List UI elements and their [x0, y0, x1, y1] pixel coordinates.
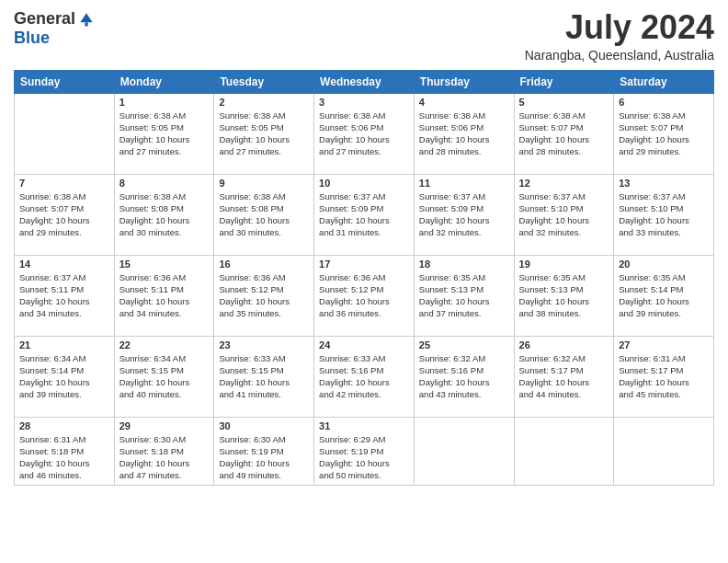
calendar-week-row: 7Sunrise: 6:38 AMSunset: 5:07 PMDaylight… [15, 174, 714, 255]
day-number: 8 [119, 178, 210, 189]
day-number: 22 [119, 339, 210, 350]
day-number: 3 [319, 97, 409, 108]
day-info: Sunrise: 6:38 AMSunset: 5:07 PMDaylight:… [19, 190, 109, 239]
calendar-cell: 7Sunrise: 6:38 AMSunset: 5:07 PMDaylight… [15, 174, 115, 255]
day-info: Sunrise: 6:36 AMSunset: 5:11 PMDaylight:… [119, 271, 210, 320]
calendar-cell: 2Sunrise: 6:38 AMSunset: 5:05 PMDaylight… [214, 93, 314, 174]
calendar-cell: 22Sunrise: 6:34 AMSunset: 5:15 PMDayligh… [114, 336, 214, 417]
day-info: Sunrise: 6:38 AMSunset: 5:08 PMDaylight:… [119, 190, 210, 239]
day-number: 6 [619, 97, 709, 108]
day-number: 23 [219, 339, 309, 350]
calendar-cell: 19Sunrise: 6:35 AMSunset: 5:13 PMDayligh… [514, 255, 614, 336]
day-info: Sunrise: 6:34 AMSunset: 5:14 PMDaylight:… [19, 352, 109, 401]
calendar-cell [614, 417, 714, 485]
day-number: 21 [19, 339, 109, 350]
calendar-week-row: 14Sunrise: 6:37 AMSunset: 5:11 PMDayligh… [15, 255, 714, 336]
calendar-cell: 27Sunrise: 6:31 AMSunset: 5:17 PMDayligh… [614, 336, 714, 417]
calendar-cell: 8Sunrise: 6:38 AMSunset: 5:08 PMDaylight… [114, 174, 214, 255]
calendar-cell: 10Sunrise: 6:37 AMSunset: 5:09 PMDayligh… [314, 174, 415, 255]
day-number: 10 [319, 178, 409, 189]
day-info: Sunrise: 6:37 AMSunset: 5:10 PMDaylight:… [619, 190, 709, 239]
day-info: Sunrise: 6:33 AMSunset: 5:16 PMDaylight:… [319, 352, 409, 401]
calendar-cell: 12Sunrise: 6:37 AMSunset: 5:10 PMDayligh… [514, 174, 614, 255]
calendar-cell: 13Sunrise: 6:37 AMSunset: 5:10 PMDayligh… [614, 174, 714, 255]
day-number: 25 [419, 339, 509, 350]
day-info: Sunrise: 6:38 AMSunset: 5:05 PMDaylight:… [219, 109, 309, 158]
day-info: Sunrise: 6:38 AMSunset: 5:05 PMDaylight:… [119, 109, 210, 158]
day-number: 7 [19, 178, 109, 189]
day-info: Sunrise: 6:35 AMSunset: 5:13 PMDaylight:… [419, 271, 509, 320]
day-header-thursday: Thursday [414, 70, 514, 93]
day-info: Sunrise: 6:34 AMSunset: 5:15 PMDaylight:… [119, 352, 210, 401]
day-number: 14 [19, 259, 109, 270]
day-number: 29 [119, 420, 210, 431]
day-info: Sunrise: 6:29 AMSunset: 5:19 PMDaylight:… [319, 433, 409, 482]
calendar-week-row: 21Sunrise: 6:34 AMSunset: 5:14 PMDayligh… [15, 336, 714, 417]
header: General Blue July 2024 Narangba, Queensl… [14, 9, 714, 63]
day-number: 13 [619, 178, 709, 189]
day-info: Sunrise: 6:31 AMSunset: 5:17 PMDaylight:… [619, 352, 709, 401]
day-info: Sunrise: 6:36 AMSunset: 5:12 PMDaylight:… [219, 271, 309, 320]
day-number: 26 [519, 339, 609, 350]
month-title: July 2024 [525, 9, 714, 46]
logo-general-text: General [14, 9, 75, 29]
day-info: Sunrise: 6:38 AMSunset: 5:06 PMDaylight:… [319, 109, 409, 158]
calendar-cell: 30Sunrise: 6:30 AMSunset: 5:19 PMDayligh… [214, 417, 314, 485]
page: General Blue July 2024 Narangba, Queensl… [0, 0, 728, 563]
day-number: 12 [519, 178, 609, 189]
calendar-cell [15, 93, 115, 174]
day-number: 1 [119, 97, 210, 108]
day-info: Sunrise: 6:38 AMSunset: 5:07 PMDaylight:… [619, 109, 709, 158]
day-header-wednesday: Wednesday [314, 70, 415, 93]
day-info: Sunrise: 6:35 AMSunset: 5:13 PMDaylight:… [519, 271, 609, 320]
logo: General Blue [14, 9, 96, 48]
day-number: 24 [319, 339, 409, 350]
calendar-cell [414, 417, 514, 485]
logo-blue-text: Blue [14, 29, 50, 48]
calendar-week-row: 1Sunrise: 6:38 AMSunset: 5:05 PMDaylight… [15, 93, 714, 174]
day-number: 30 [219, 420, 309, 431]
day-info: Sunrise: 6:33 AMSunset: 5:15 PMDaylight:… [219, 352, 309, 401]
day-header-tuesday: Tuesday [214, 70, 314, 93]
day-number: 9 [219, 178, 309, 189]
day-number: 16 [219, 259, 309, 270]
calendar-cell: 5Sunrise: 6:38 AMSunset: 5:07 PMDaylight… [514, 93, 614, 174]
day-number: 31 [319, 420, 409, 431]
day-info: Sunrise: 6:37 AMSunset: 5:09 PMDaylight:… [319, 190, 409, 239]
calendar-cell: 11Sunrise: 6:37 AMSunset: 5:09 PMDayligh… [414, 174, 514, 255]
calendar-cell [514, 417, 614, 485]
day-info: Sunrise: 6:37 AMSunset: 5:11 PMDaylight:… [19, 271, 109, 320]
calendar-cell: 28Sunrise: 6:31 AMSunset: 5:18 PMDayligh… [15, 417, 115, 485]
day-number: 20 [619, 259, 709, 270]
day-info: Sunrise: 6:37 AMSunset: 5:09 PMDaylight:… [419, 190, 509, 239]
day-number: 17 [319, 259, 409, 270]
calendar-cell: 20Sunrise: 6:35 AMSunset: 5:14 PMDayligh… [614, 255, 714, 336]
day-info: Sunrise: 6:30 AMSunset: 5:19 PMDaylight:… [219, 433, 309, 482]
day-info: Sunrise: 6:38 AMSunset: 5:07 PMDaylight:… [519, 109, 609, 158]
day-number: 28 [19, 420, 109, 431]
day-number: 5 [519, 97, 609, 108]
day-info: Sunrise: 6:36 AMSunset: 5:12 PMDaylight:… [319, 271, 409, 320]
calendar-header-row: SundayMondayTuesdayWednesdayThursdayFrid… [15, 70, 714, 93]
calendar-cell: 17Sunrise: 6:36 AMSunset: 5:12 PMDayligh… [314, 255, 415, 336]
day-header-monday: Monday [114, 70, 214, 93]
day-info: Sunrise: 6:30 AMSunset: 5:18 PMDaylight:… [119, 433, 210, 482]
calendar-table: SundayMondayTuesdayWednesdayThursdayFrid… [14, 70, 714, 486]
day-header-friday: Friday [514, 70, 614, 93]
calendar-cell: 6Sunrise: 6:38 AMSunset: 5:07 PMDaylight… [614, 93, 714, 174]
svg-marker-0 [80, 13, 92, 22]
location: Narangba, Queensland, Australia [525, 48, 714, 63]
day-number: 11 [419, 178, 509, 189]
title-section: July 2024 Narangba, Queensland, Australi… [525, 9, 714, 63]
day-info: Sunrise: 6:32 AMSunset: 5:17 PMDaylight:… [519, 352, 609, 401]
day-number: 2 [219, 97, 309, 108]
day-info: Sunrise: 6:32 AMSunset: 5:16 PMDaylight:… [419, 352, 509, 401]
day-info: Sunrise: 6:38 AMSunset: 5:06 PMDaylight:… [419, 109, 509, 158]
calendar-cell: 23Sunrise: 6:33 AMSunset: 5:15 PMDayligh… [214, 336, 314, 417]
day-number: 15 [119, 259, 210, 270]
calendar-cell: 24Sunrise: 6:33 AMSunset: 5:16 PMDayligh… [314, 336, 415, 417]
calendar-cell: 4Sunrise: 6:38 AMSunset: 5:06 PMDaylight… [414, 93, 514, 174]
calendar-week-row: 28Sunrise: 6:31 AMSunset: 5:18 PMDayligh… [15, 417, 714, 485]
calendar-cell: 15Sunrise: 6:36 AMSunset: 5:11 PMDayligh… [114, 255, 214, 336]
calendar-cell: 26Sunrise: 6:32 AMSunset: 5:17 PMDayligh… [514, 336, 614, 417]
